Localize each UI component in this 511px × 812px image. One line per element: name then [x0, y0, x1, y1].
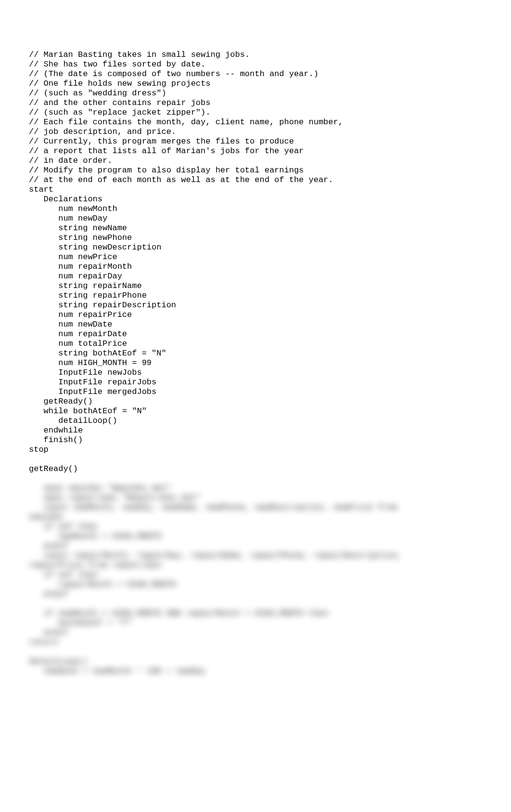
pseudocode-clear: // Marian Basting takes in small sewing … [29, 50, 482, 474]
document-page: // Marian Basting takes in small sewing … [0, 0, 511, 715]
pseudocode-blurred: open newJobs "NewJobs.dat" open repairJo… [29, 484, 482, 676]
